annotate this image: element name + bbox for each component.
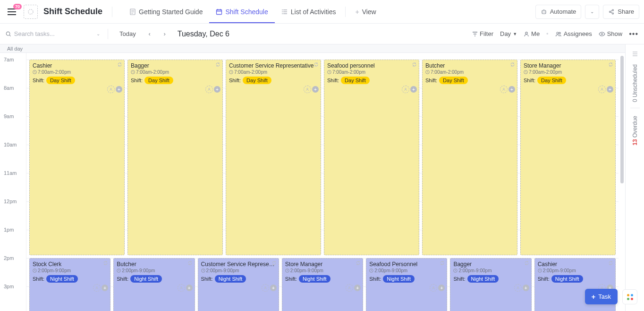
scrollbar-thumb[interactable]: [620, 56, 624, 183]
clock-icon: [33, 70, 37, 74]
clock-icon: [131, 70, 135, 74]
search-input[interactable]: [14, 30, 93, 37]
sync-icon: [440, 260, 445, 266]
current-date[interactable]: Tuesday, Dec 6: [178, 30, 229, 38]
assignees-label: Assignees: [564, 30, 592, 37]
event-assign[interactable]: +: [304, 86, 319, 93]
assignee-placeholder-icon: [178, 284, 185, 292]
search-expand[interactable]: ⌄: [96, 31, 100, 36]
time-gutter: 7am8am9am10am11am12pm1pm2pm3pm: [0, 53, 26, 311]
event-time: 7:00am-2:00pm: [229, 69, 318, 75]
me-button[interactable]: Me: [524, 30, 540, 37]
event-card[interactable]: Bagger7:00am-2:00pmShift:Day Shift+: [127, 60, 223, 255]
event-title: Stock Clerk: [33, 261, 107, 268]
shift-badge: Day Shift: [243, 77, 271, 84]
divider: [112, 7, 112, 17]
add-icon: +: [116, 86, 122, 93]
rail-divider: [630, 108, 640, 108]
tab-list-activities[interactable]: List of Activities: [275, 0, 343, 23]
event-assign[interactable]: +: [205, 86, 220, 93]
event-card[interactable]: Stock Clerk2:00pm-9:00pmShift:Night Shif…: [29, 258, 110, 311]
shift-row: Shift:Day Shift: [425, 77, 514, 84]
time-label: 11am: [4, 170, 17, 176]
add-icon: +: [312, 86, 319, 93]
grid-body[interactable]: Cashier7:00am-2:00pmShift:Day Shift+Bagg…: [26, 53, 625, 311]
shift-row: Shift:Night Shift: [369, 275, 444, 283]
apps-button[interactable]: [622, 289, 637, 304]
new-task-button[interactable]: + Task: [585, 289, 618, 304]
right-rail: 0 Unscheduled 13 Overdue: [625, 44, 644, 311]
automate-dropdown[interactable]: ⌄: [585, 5, 599, 19]
unscheduled-button[interactable]: 0 Unscheduled: [632, 64, 638, 102]
space-avatar[interactable]: [24, 5, 38, 19]
assignee-placeholder-icon: [514, 284, 522, 292]
show-button[interactable]: Show: [599, 30, 623, 37]
event-assign[interactable]: +: [262, 284, 277, 292]
event-title: Store Manager: [524, 62, 612, 69]
event-assign[interactable]: +: [598, 86, 613, 93]
add-view-button[interactable]: + View: [348, 0, 382, 23]
sync-icon: [271, 260, 277, 266]
next-day-button[interactable]: ›: [160, 29, 170, 39]
rail-toggle[interactable]: [629, 48, 641, 60]
divider: [108, 29, 108, 39]
menu-button[interactable]: 70: [5, 5, 19, 19]
event-time: 2:00pm-9:00pm: [201, 268, 276, 273]
shift-prefix: Shift:: [538, 276, 550, 282]
event-card[interactable]: Butcher7:00am-2:00pmShift:Day Shift+: [422, 60, 517, 255]
event-assign[interactable]: +: [346, 284, 361, 292]
today-button[interactable]: Today: [116, 28, 140, 39]
event-assign[interactable]: +: [178, 284, 193, 292]
event-assign[interactable]: +: [402, 86, 417, 93]
tab-shift-schedule[interactable]: Shift Schedule: [209, 0, 274, 23]
event-assign[interactable]: +: [430, 284, 445, 292]
automate-button[interactable]: Automate: [535, 5, 582, 19]
event-card[interactable]: Bagger2:00pm-9:00pmShift:Night Shift+: [450, 258, 531, 311]
event-assign[interactable]: +: [514, 284, 529, 292]
assignee-placeholder-icon: [205, 86, 213, 93]
event-card[interactable]: Seafood personnel7:00am-2:00pmShift:Day …: [324, 60, 419, 255]
overdue-button[interactable]: 13 Overdue: [632, 116, 638, 146]
sync-icon: [524, 260, 529, 266]
eye-icon: [599, 31, 605, 37]
sync-icon: [117, 62, 122, 67]
event-card[interactable]: Butcher2:00pm-9:00pmShift:Night Shift+: [113, 258, 195, 311]
event-card[interactable]: Customer Service Representative2:00pm-9:…: [198, 258, 279, 311]
range-selector[interactable]: Day ▼: [500, 30, 517, 37]
event-assign[interactable]: +: [93, 284, 108, 292]
calendar-grid: 7am8am9am10am11am12pm1pm2pm3pm Cashier7:…: [0, 53, 625, 311]
event-card[interactable]: Seafood Personnel2:00pm-9:00pmShift:Nigh…: [366, 258, 447, 311]
event-card[interactable]: Store Manager7:00am-2:00pmShift:Day Shif…: [520, 60, 616, 255]
separator-dot: •: [546, 30, 549, 37]
svg-point-5: [282, 13, 283, 14]
prev-day-button[interactable]: ‹: [144, 29, 155, 39]
loading-icon: [27, 9, 34, 15]
sync-icon: [356, 260, 361, 266]
tab-getting-started[interactable]: Getting Started Guide: [123, 0, 209, 23]
event-card[interactable]: Customer Service Representative7:00am-2:…: [226, 60, 321, 255]
top-right-actions: Automate ⌄ Share: [535, 5, 639, 19]
chevron-down-icon: ▼: [513, 32, 517, 36]
search-container: ⌄: [6, 30, 100, 37]
more-button[interactable]: •••: [629, 30, 638, 38]
sync-icon: [103, 260, 108, 266]
clock-icon: [538, 268, 542, 273]
share-button[interactable]: Share: [603, 5, 639, 19]
tab-label: Getting Started Guide: [139, 8, 203, 16]
event-card[interactable]: Cashier7:00am-2:00pmShift:Day Shift+: [29, 60, 125, 255]
filter-button[interactable]: Filter: [472, 30, 493, 37]
allday-row[interactable]: All day: [0, 44, 625, 53]
event-card[interactable]: Store Manager2:00pm-9:00pmShift:Night Sh…: [282, 258, 363, 311]
event-title: Customer Service Representative: [201, 261, 276, 268]
assignees-button[interactable]: Assignees: [555, 30, 592, 37]
shift-badge: Night Shift: [383, 275, 415, 283]
top-bar: 70 Shift Schedule Getting Started Guide …: [0, 0, 644, 24]
svg-point-42: [602, 287, 603, 288]
clock-icon: [369, 268, 373, 273]
add-icon: +: [607, 86, 613, 93]
shift-badge: Day Shift: [46, 77, 75, 84]
event-assign[interactable]: +: [500, 86, 515, 93]
event-time: 2:00pm-9:00pm: [33, 268, 107, 273]
event-assign[interactable]: +: [107, 86, 122, 93]
time-label: 7am: [4, 57, 14, 62]
